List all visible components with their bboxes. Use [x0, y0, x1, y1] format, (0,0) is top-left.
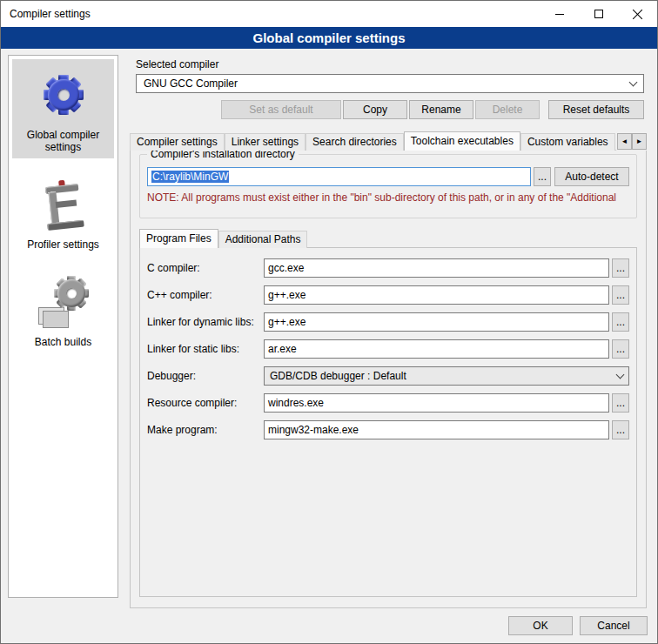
- sidebar-item-label: Batch builds: [14, 336, 112, 348]
- maximize-icon: [594, 10, 603, 18]
- window-title: Compiler settings: [10, 8, 91, 20]
- compiler-actions: Set as default Copy Rename Delete Reset …: [136, 100, 644, 119]
- resource-compiler-label: Resource compiler:: [147, 397, 264, 409]
- make-program-input[interactable]: mingw32-make.exe: [264, 420, 609, 439]
- sidebar-item-batch-builds[interactable]: Batch builds: [12, 266, 114, 353]
- linker-static-label: Linker for static libs:: [147, 343, 264, 355]
- minimize-icon: [555, 14, 564, 15]
- auto-detect-button[interactable]: Auto-detect: [554, 167, 629, 186]
- input-value: windres.exe: [268, 397, 324, 409]
- settings-category-sidebar: Global compiler settings Profiler settin…: [8, 55, 118, 598]
- linker-dynamic-browse-button[interactable]: ...: [612, 312, 629, 332]
- maximize-button[interactable]: [579, 1, 618, 27]
- tab-scroll-left-button[interactable]: ◄: [617, 133, 632, 150]
- tab-additional-paths[interactable]: Additional Paths: [218, 231, 308, 248]
- compiler-settings-window: Compiler settings Global compiler settin…: [0, 0, 658, 644]
- tab-custom-variables[interactable]: Custom variables: [520, 133, 615, 151]
- chevron-down-icon: [616, 371, 625, 379]
- ok-button[interactable]: OK: [508, 616, 573, 635]
- c-compiler-row: C compiler: gcc.exe ...: [147, 258, 629, 278]
- cpp-compiler-row: C++ compiler: g++.exe ...: [147, 285, 629, 305]
- c-compiler-browse-button[interactable]: ...: [612, 258, 629, 278]
- main-content: Selected compiler GNU GCC Compiler Set a…: [127, 55, 650, 608]
- selected-compiler-select[interactable]: GNU GCC Compiler: [136, 74, 644, 93]
- settings-tabstrip: Compiler settingsLinker settingsSearch d…: [130, 131, 647, 151]
- reset-defaults-button[interactable]: Reset defaults: [548, 100, 644, 119]
- delete-button: Delete: [475, 100, 540, 119]
- sidebar-item-global-compiler-settings[interactable]: Global compiler settings: [12, 59, 114, 158]
- debugger-value: GDB/CDB debugger : Default: [270, 370, 406, 382]
- close-icon: [633, 9, 643, 19]
- cpp-compiler-browse-button[interactable]: ...: [612, 285, 629, 305]
- resource-compiler-browse-button[interactable]: ...: [612, 393, 629, 413]
- linker-static-browse-button[interactable]: ...: [612, 339, 629, 359]
- set-as-default-button: Set as default: [221, 100, 341, 119]
- window-controls: [540, 1, 657, 27]
- tab-search-directories[interactable]: Search directories: [306, 133, 404, 151]
- linker-static-input[interactable]: ar.exe: [264, 339, 609, 359]
- bin-subdirectory-note: NOTE: All programs must exist either in …: [147, 191, 629, 204]
- program-files-panel: C compiler: gcc.exe ... C++ compiler: g+…: [139, 247, 637, 597]
- c-compiler-label: C compiler:: [147, 262, 264, 274]
- minimize-button[interactable]: [540, 1, 579, 27]
- tab-linker-settings[interactable]: Linker settings: [225, 133, 306, 151]
- toolchain-executables-panel: Compiler's installation directory C:\ray…: [130, 150, 647, 608]
- installation-directory-browse-button[interactable]: ...: [534, 167, 551, 186]
- sidebar-item-profiler-settings[interactable]: Profiler settings: [12, 169, 114, 256]
- cancel-button[interactable]: Cancel: [580, 616, 648, 635]
- copy-button[interactable]: Copy: [343, 100, 407, 119]
- linker-dynamic-input[interactable]: g++.exe: [264, 312, 609, 332]
- tab-program-files[interactable]: Program Files: [139, 229, 218, 248]
- linker-dynamic-row: Linker for dynamic libs: g++.exe ...: [147, 312, 629, 332]
- input-value: g++.exe: [268, 289, 306, 301]
- installation-directory-row: C:\raylib\MinGW ... Auto-detect: [147, 167, 629, 186]
- make-program-label: Make program:: [147, 424, 264, 436]
- installation-directory-input[interactable]: C:\raylib\MinGW: [147, 167, 531, 186]
- chevron-down-icon: [629, 78, 638, 87]
- debugger-label: Debugger:: [147, 370, 264, 382]
- close-button[interactable]: [618, 1, 657, 27]
- selected-compiler-value: GNU GCC Compiler: [144, 77, 238, 90]
- rename-button[interactable]: Rename: [409, 100, 473, 119]
- tab-toolchain-executables[interactable]: Toolchain executables: [404, 131, 520, 151]
- input-value: g++.exe: [268, 316, 306, 328]
- sidebar-item-label: Global compiler settings: [14, 129, 112, 153]
- tab-scroll-right-button[interactable]: ►: [632, 133, 647, 150]
- profiler-clamp-icon: [14, 176, 112, 233]
- tab-scroll-buttons: ◄ ►: [615, 133, 647, 150]
- input-value: ar.exe: [268, 343, 297, 355]
- dialog-footer: OK Cancel: [508, 616, 648, 635]
- debugger-row: Debugger: GDB/CDB debugger : Default: [147, 366, 629, 386]
- make-program-row: Make program: mingw32-make.exe ...: [147, 420, 629, 439]
- resource-compiler-row: Resource compiler: windres.exe ...: [147, 393, 629, 413]
- selected-compiler-label: Selected compiler: [136, 58, 218, 70]
- programs-tabstrip: Program FilesAdditional Paths: [139, 229, 637, 248]
- linker-dynamic-label: Linker for dynamic libs:: [147, 316, 264, 328]
- input-value: mingw32-make.exe: [268, 424, 359, 436]
- tab-compiler-settings[interactable]: Compiler settings: [130, 133, 225, 151]
- cpp-compiler-label: C++ compiler:: [147, 289, 264, 301]
- installation-directory-value: C:\raylib\MinGW: [151, 171, 229, 183]
- gear-gray-stack-icon: [14, 273, 112, 331]
- c-compiler-input[interactable]: gcc.exe: [264, 258, 609, 278]
- cpp-compiler-input[interactable]: g++.exe: [264, 285, 609, 305]
- titlebar: Compiler settings: [1, 1, 657, 27]
- dialog-header: Global compiler settings: [1, 27, 657, 49]
- gear-blue-icon: [14, 66, 112, 124]
- input-value: gcc.exe: [268, 262, 304, 274]
- linker-static-row: Linker for static libs: ar.exe ...: [147, 339, 629, 359]
- installation-directory-group: Compiler's installation directory C:\ray…: [139, 154, 637, 218]
- debugger-select[interactable]: GDB/CDB debugger : Default: [264, 366, 629, 386]
- resource-compiler-input[interactable]: windres.exe: [264, 393, 609, 413]
- sidebar-item-label: Profiler settings: [14, 238, 112, 251]
- make-program-browse-button[interactable]: ...: [612, 420, 629, 439]
